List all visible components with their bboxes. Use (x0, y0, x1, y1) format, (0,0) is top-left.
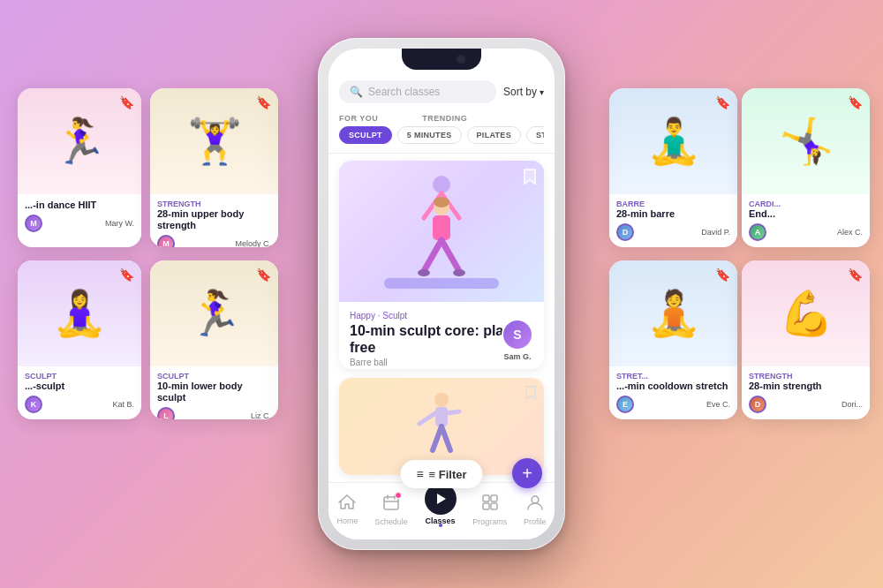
svg-point-0 (433, 176, 450, 193)
featured-class-image (339, 161, 544, 302)
instructor-3: David P. (701, 228, 730, 237)
chip-5minutes[interactable]: 5 MINUTES (397, 126, 462, 144)
svg-rect-24 (491, 503, 497, 509)
sort-button[interactable]: Sort by ▾ (503, 86, 544, 98)
bookmark-7[interactable]: 🔖 (715, 268, 730, 282)
card-title-8: 28-min strength (749, 381, 863, 392)
phone-shell: 🔍 Search classes Sort by ▾ FOR YOU TREND… (318, 38, 565, 550)
bookmark-3[interactable]: 🔖 (715, 95, 730, 109)
search-input-container[interactable]: 🔍 Search classes (339, 80, 496, 103)
nav-profile[interactable]: Profile (517, 490, 554, 530)
svg-line-13 (448, 411, 459, 413)
svg-point-10 (434, 393, 449, 407)
card-category-7: Stret... (616, 372, 730, 381)
avatar-1: M (25, 215, 42, 232)
bg-card-4[interactable]: 🔖 🤸‍♀️ Cardi... End... A Alex C. (742, 88, 870, 247)
svg-line-12 (419, 413, 435, 424)
featured-class-details: Happy · Sculpt 10-min sculpt core: plank… (339, 302, 544, 369)
svg-rect-11 (435, 407, 448, 426)
profile-label: Profile (524, 517, 547, 526)
home-icon (338, 494, 356, 515)
svg-rect-21 (483, 495, 489, 501)
card-category-2: Strength (157, 200, 271, 208)
card-meta-6: L Liz C. (157, 407, 271, 419)
card-footer-4: Cardi... End... A Alex C. (742, 194, 870, 246)
schedule-icon (382, 494, 400, 516)
bookmark-2[interactable]: 🔖 (256, 95, 271, 109)
sort-label: Sort by (503, 86, 537, 98)
instructor-6: Liz C. (251, 411, 271, 419)
card-footer-6: Sculpt 10-min lower body sculpt L Liz C. (150, 366, 278, 419)
bg-card-5[interactable]: 🔖 🧘‍♀️ Sculpt ...-sculpt K Kat B. (18, 260, 141, 419)
bookmark-6[interactable]: 🔖 (256, 268, 271, 282)
bg-card-6[interactable]: 🔖 🏃‍♀️ Sculpt 10-min lower body sculpt L… (150, 260, 278, 419)
bookmark-1[interactable]: 🔖 (119, 95, 134, 109)
avatar-5: K (25, 396, 42, 413)
programs-icon (481, 494, 499, 516)
secondary-bookmark-icon[interactable] (525, 385, 537, 404)
svg-point-9 (453, 269, 465, 276)
svg-line-6 (424, 240, 442, 271)
chip-sculpt[interactable]: SCULPT (339, 126, 392, 144)
search-placeholder: Search classes (368, 86, 440, 98)
card-footer-3: Barre 28-min barre D David P. (609, 194, 737, 246)
svg-point-25 (532, 496, 539, 503)
instructor-7: Eve C. (706, 400, 730, 409)
card-meta-7: E Eve C. (616, 396, 730, 413)
avatar-8: D (749, 396, 766, 413)
phone-screen: 🔍 Search classes Sort by ▾ FOR YOU TREND… (328, 49, 555, 539)
bookmark-8[interactable]: 🔖 (848, 268, 863, 282)
bg-card-3[interactable]: 🔖 🧘‍♂️ Barre 28-min barre D David P. (609, 88, 737, 247)
chip-pilates[interactable]: PILATES (467, 126, 521, 144)
nav-schedule[interactable]: Schedule (367, 490, 415, 530)
card-title-6: 10-min lower body sculpt (157, 381, 271, 403)
featured-class-card[interactable]: Happy · Sculpt 10-min sculpt core: plank… (339, 161, 544, 369)
bookmark-5[interactable]: 🔖 (119, 268, 134, 282)
search-bar: 🔍 Search classes Sort by ▾ (328, 73, 555, 110)
filter-label: ≡ Filter (429, 468, 467, 481)
card-meta-2: M Melody C. (157, 235, 271, 247)
card-title-2: 28-min upper body strength (157, 208, 271, 231)
avatar-4: A (749, 223, 766, 241)
figure-main (406, 174, 477, 289)
bg-card-7[interactable]: 🔖 🧘 Stret... ...-min cooldown stretch E … (609, 260, 737, 419)
card-category-8: Strength (749, 372, 863, 381)
figure-secondary (415, 387, 468, 466)
instructor-8: Dori... (841, 400, 863, 409)
filter-icon: ≡ (416, 467, 423, 481)
card-title-5: ...-sculpt (25, 381, 134, 392)
sculpt-scene (339, 161, 544, 302)
svg-point-4 (434, 197, 449, 207)
avatar-7: E (616, 396, 634, 413)
svg-point-8 (418, 269, 430, 276)
bookmark-4[interactable]: 🔖 (848, 95, 863, 109)
svg-rect-22 (491, 495, 497, 501)
card-footer-5: Sculpt ...-sculpt K Kat B. (18, 366, 141, 418)
instructor-2: Melody C. (235, 239, 271, 247)
bg-card-1[interactable]: 🔖 🏃‍♀️ ...-in dance HIIT M Mary W. (18, 88, 141, 247)
add-fab-button[interactable]: + (512, 458, 542, 488)
svg-rect-16 (384, 497, 398, 509)
card-meta-8: D Dori... (749, 396, 863, 413)
plus-icon: + (522, 464, 532, 484)
filter-fab-button[interactable]: ≡ ≡ Filter (400, 460, 482, 488)
card-title-4: End... (749, 208, 863, 220)
featured-bookmark-icon[interactable] (523, 168, 537, 189)
filter-chips: SCULPT 5 MINUTES PILATES STRENGTH (339, 126, 544, 144)
phone: 🔍 Search classes Sort by ▾ FOR YOU TREND… (318, 38, 565, 550)
avatar-6: L (157, 407, 175, 419)
filter-labels: FOR YOU TRENDING (339, 114, 544, 126)
card-title-7: ...-min cooldown stretch (616, 381, 730, 392)
nav-programs[interactable]: Programs (465, 490, 514, 530)
schedule-badge-dot (395, 492, 402, 499)
for-you-label: FOR YOU (339, 114, 378, 123)
chip-strength[interactable]: STRENGTH (526, 126, 544, 144)
instructor-4: Alex C. (837, 228, 863, 237)
card-category-3: Barre (616, 200, 730, 208)
bg-card-8[interactable]: 🔖 💪 Strength 28-min strength D Dori... (742, 260, 870, 419)
bg-card-2[interactable]: 🔖 🏋️‍♀️ Strength 28-min upper body stren… (150, 88, 278, 247)
svg-rect-23 (483, 503, 489, 509)
nav-classes[interactable]: Classes (418, 488, 464, 531)
nav-home[interactable]: Home (329, 491, 365, 529)
cards-scroll[interactable]: Happy · Sculpt 10-min sculpt core: plank… (328, 154, 555, 482)
